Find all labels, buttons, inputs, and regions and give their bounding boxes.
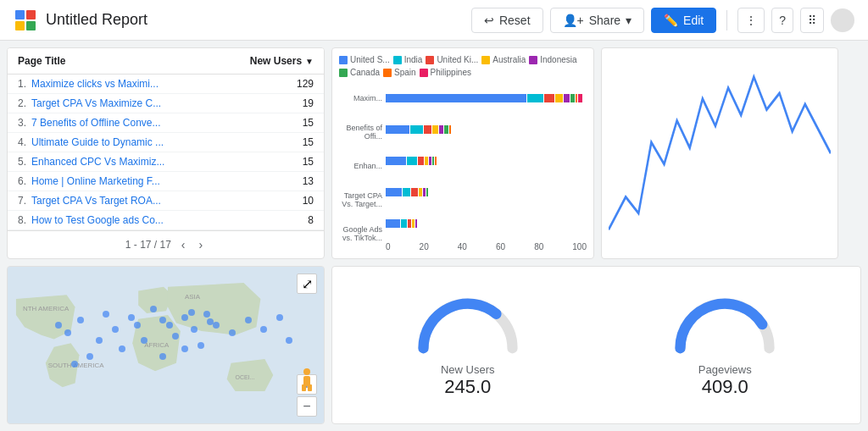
map-dot bbox=[112, 326, 119, 333]
map-dot bbox=[77, 317, 84, 323]
header-divider bbox=[726, 10, 727, 30]
table-row: 1. Maximize clicks vs Maximi... 129 bbox=[8, 75, 324, 94]
row-number: 4. bbox=[18, 136, 31, 148]
bar-segment bbox=[424, 125, 431, 134]
bar-row bbox=[386, 207, 587, 239]
map-dot bbox=[141, 337, 147, 344]
gauge-item: New Users 245.0 bbox=[409, 292, 527, 398]
map-zoom-out-button[interactable]: − bbox=[297, 396, 317, 417]
table-row: 4. Ultimate Guide to Dynamic ... 15 bbox=[8, 133, 324, 152]
row-value: 15 bbox=[288, 117, 314, 129]
bar-segment bbox=[386, 157, 406, 165]
map-dot bbox=[64, 329, 71, 336]
col-users-header: New Users ▼ bbox=[250, 55, 314, 67]
bar-segment bbox=[423, 188, 425, 196]
row-title[interactable]: 7 Benefits of Offline Conve... bbox=[31, 117, 288, 129]
row-title[interactable]: Enhanced CPC Vs Maximiz... bbox=[31, 156, 288, 168]
edit-button[interactable]: ✏️ Edit bbox=[651, 8, 716, 33]
reset-button[interactable]: ↩ Reset bbox=[471, 8, 543, 33]
legend-item: Australia bbox=[481, 55, 526, 64]
bar-segment bbox=[564, 94, 570, 102]
apps-icon: ⠿ bbox=[808, 14, 816, 27]
map-dot bbox=[245, 317, 252, 323]
row-title[interactable]: Target CPA Vs Target ROA... bbox=[31, 195, 288, 207]
line-chart-svg bbox=[609, 55, 831, 251]
row-number: 5. bbox=[18, 156, 31, 168]
next-page-button[interactable]: › bbox=[196, 236, 207, 253]
row-value: 8 bbox=[288, 214, 314, 226]
more-options-button[interactable]: ⋮ bbox=[737, 8, 765, 33]
gauge-value: 245.0 bbox=[444, 376, 491, 398]
apps-button[interactable]: ⠿ bbox=[800, 8, 824, 33]
x-axis-label: 60 bbox=[496, 242, 505, 251]
map-dot bbox=[119, 345, 125, 352]
map-dot bbox=[213, 322, 220, 329]
bar-segment bbox=[429, 157, 431, 165]
bar-chart-legend: United S...IndiaUnited Ki...AustraliaInd… bbox=[339, 55, 587, 77]
map-dot bbox=[207, 318, 214, 325]
legend-label: India bbox=[404, 55, 423, 64]
map-dot bbox=[159, 353, 166, 360]
map-dot bbox=[188, 309, 195, 316]
app-header: Untitled Report ↩ Reset 👤+ Share ▾ ✏️ Ed… bbox=[0, 0, 868, 41]
gauge-svg bbox=[409, 292, 527, 360]
legend-label: United S... bbox=[350, 55, 390, 64]
row-title[interactable]: How to Test Google ads Co... bbox=[31, 214, 288, 226]
map-dot bbox=[159, 317, 166, 323]
bar-segment bbox=[426, 188, 428, 196]
bar-segment bbox=[403, 188, 410, 196]
legend-item: United S... bbox=[339, 55, 390, 64]
prev-page-button[interactable]: ‹ bbox=[178, 236, 189, 253]
map-dot bbox=[276, 314, 283, 321]
bar-segment bbox=[411, 188, 417, 196]
legend-dot bbox=[339, 56, 348, 64]
bar-segment bbox=[412, 219, 414, 228]
gauge-item: Pageviews 409.0 bbox=[665, 292, 784, 398]
bar-segment bbox=[386, 219, 400, 228]
legend-dot bbox=[339, 69, 348, 77]
share-icon: 👤+ bbox=[563, 14, 584, 27]
y-axis-label: Target CPA Vs. Target... bbox=[339, 184, 382, 218]
row-number: 1. bbox=[18, 78, 31, 90]
gauge-label: Pageviews bbox=[698, 363, 752, 376]
bar-segment bbox=[386, 125, 409, 134]
row-value: 10 bbox=[288, 195, 314, 207]
bar-segment bbox=[425, 157, 429, 165]
share-button[interactable]: 👤+ Share ▾ bbox=[550, 8, 645, 33]
map-dot bbox=[203, 311, 210, 318]
legend-item: Indonesia bbox=[529, 55, 576, 64]
x-axis-label: 20 bbox=[420, 242, 429, 251]
row-title[interactable]: Ultimate Guide to Dynamic ... bbox=[31, 136, 288, 148]
map-expand-button[interactable]: ⤢ bbox=[297, 274, 317, 294]
bar-segment bbox=[418, 157, 424, 165]
row-value: 19 bbox=[288, 97, 314, 109]
bar-segment bbox=[401, 219, 407, 228]
legend-dot bbox=[383, 69, 392, 77]
legend-label: Indonesia bbox=[540, 55, 576, 64]
map-dot bbox=[191, 326, 198, 333]
row-title[interactable]: Home | Online Marketing F... bbox=[31, 175, 288, 187]
table-row: 7. Target CPA Vs Target ROA... 10 bbox=[8, 191, 324, 211]
svg-rect-12 bbox=[302, 384, 306, 391]
row-number: 8. bbox=[18, 214, 31, 226]
bar-segment bbox=[570, 94, 575, 102]
bar-segment bbox=[419, 188, 423, 196]
app-logo bbox=[14, 8, 37, 32]
x-axis-label: 0 bbox=[386, 242, 391, 251]
legend-dot bbox=[393, 56, 402, 64]
row-title[interactable]: Target CPA Vs Maximize C... bbox=[31, 97, 288, 109]
help-button[interactable]: ? bbox=[771, 8, 793, 33]
legend-label: Philippines bbox=[431, 68, 471, 77]
table-row: 2. Target CPA Vs Maximize C... 19 bbox=[8, 94, 324, 113]
page-table-panel: Page Title New Users ▼ 1. Maximize click… bbox=[7, 47, 325, 259]
map-pegman-button[interactable] bbox=[297, 367, 317, 391]
avatar[interactable] bbox=[831, 8, 854, 32]
y-axis-label: Enhan... bbox=[339, 150, 382, 184]
bar-row bbox=[386, 176, 587, 207]
bar-chart-panel: United S...IndiaUnited Ki...AustraliaInd… bbox=[331, 47, 594, 259]
legend-item: United Ki... bbox=[426, 55, 478, 64]
legend-item: Canada bbox=[339, 68, 380, 77]
map-dot bbox=[86, 353, 93, 360]
map-dots bbox=[8, 267, 324, 423]
row-title[interactable]: Maximize clicks vs Maximi... bbox=[31, 78, 288, 90]
